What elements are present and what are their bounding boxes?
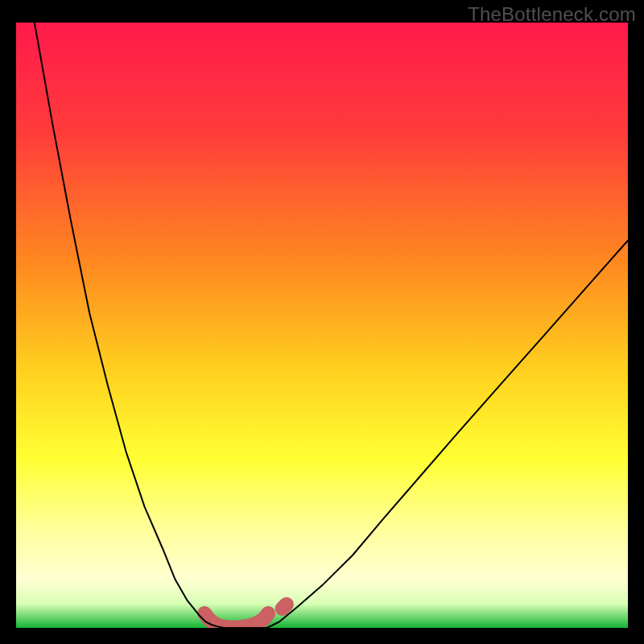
chart-svg [16,23,628,628]
outer-frame: TheBottleneck.com [0,0,644,644]
plot-area [16,23,628,628]
gradient-background [16,23,628,628]
watermark-text: TheBottleneck.com [468,3,636,26]
optimal-zone-extra [283,605,287,609]
